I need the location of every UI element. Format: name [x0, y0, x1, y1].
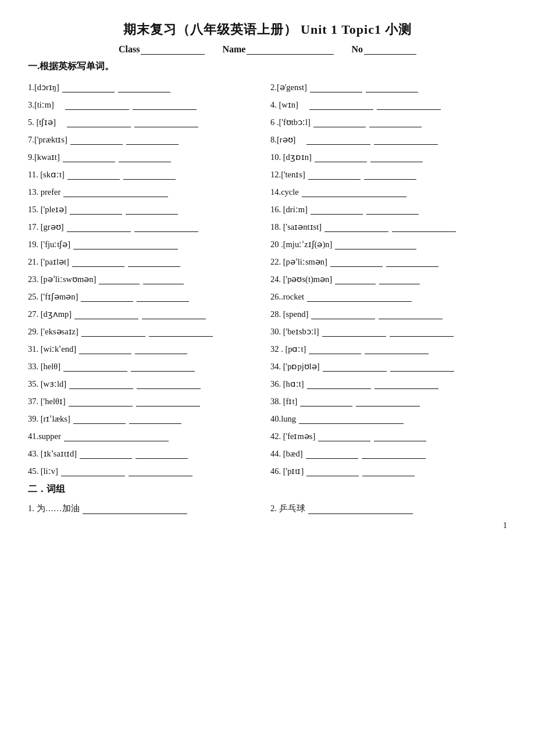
list-item: 37. ['helθɪ] [28, 390, 265, 408]
vocab-grid: 1. 为……加油 2. 乒乓球 [28, 498, 507, 515]
list-item: 46. ['pɪtɪ] [270, 460, 507, 477]
list-item: 23. [pəˈliːswʊmən] [28, 268, 265, 286]
list-item: 24. ['pəʊs(t)mən] [270, 268, 507, 286]
list-item: 11. [skɑːt] [28, 163, 265, 181]
list-item: 30. ['beɪsbɔːl] [270, 320, 507, 338]
list-item: 10. [dʒɒɪn] [270, 146, 507, 163]
list-item: 2. 乒乓球 [270, 498, 507, 515]
list-item: 19. ['fjuːtʃə] [28, 233, 265, 251]
list-item: 12.['tenɪs] [270, 163, 507, 181]
list-item: 29. ['eksəsaɪz] [28, 320, 265, 338]
list-item: 31. [wiːkˈend] [28, 338, 265, 355]
list-item: 7.['præktɪs] [28, 129, 265, 146]
section2-title: 二．词组 [28, 483, 507, 495]
no-line [364, 44, 416, 55]
list-item: 18. ['saɪəntɪst] [270, 216, 507, 233]
list-item: 45. [liːv] [28, 460, 265, 477]
list-item: 32 . [pɑːt] [270, 338, 507, 355]
list-item: 13. prefer [28, 181, 265, 198]
list-item: 22. [pəˈliːsmən] [270, 251, 507, 268]
list-item: 16. [driːm] [270, 198, 507, 216]
list-item: 8.[rəʊ] [270, 129, 507, 146]
list-item: 27. [dʒʌmp] [28, 303, 265, 320]
list-item: 17. [grəʊ] [28, 216, 265, 233]
list-item: 44. [bæd] [270, 443, 507, 460]
list-item: 15. ['pleɪə] [28, 198, 265, 216]
name-label: Name [222, 44, 245, 55]
class-label: Class [119, 44, 140, 55]
list-item: 38. [fɪt] [270, 390, 507, 408]
list-item: 1. 为……加油 [28, 498, 265, 515]
list-item: 40.lung [270, 408, 507, 425]
list-item: 28. [spend] [270, 303, 507, 320]
class-line [141, 44, 205, 55]
list-item: 41.supper [28, 425, 265, 443]
section1-title: 一.根据英标写单词。 [28, 60, 507, 73]
list-item: 4. [wɪn] [270, 94, 507, 111]
list-item: 43. [ɪkˈsaɪtɪd] [28, 443, 265, 460]
list-item: 14.cycle [270, 181, 507, 198]
list-item: 21. ['paɪlət] [28, 251, 265, 268]
list-item: 42. ['feɪməs] [270, 425, 507, 443]
page-number: 1 [28, 521, 507, 530]
items-grid: 1.[dɔrɪŋ] 2.[ə'genst] 3.[tiːm] 4. [wɪn] … [28, 76, 507, 477]
list-item: 25. ['fɪʃəmən] [28, 286, 265, 303]
no-label: No [351, 44, 363, 55]
list-item: 39. [rɪˈlæks] [28, 408, 265, 425]
header-row: Class Name No [28, 44, 507, 55]
list-item: 1.[dɔrɪŋ] [28, 76, 265, 94]
list-item: 35. [wɜːld] [28, 373, 265, 390]
list-item: 34. ['pɒpjʊlə] [270, 355, 507, 373]
list-item: 26..rocket [270, 286, 507, 303]
list-item: 33. [helθ] [28, 355, 265, 373]
name-line [247, 44, 334, 55]
list-item: 36. [hɑːt] [270, 373, 507, 390]
list-item: 6 .['fʊtbɔːl] [270, 111, 507, 129]
list-item: 20 .[mjuːˈzɪʃ(ə)n] [270, 233, 507, 251]
list-item: 9.[kwaɪt] [28, 146, 265, 163]
list-item: 5. [tʃɪə] [28, 111, 265, 129]
title: 期末复习（八年级英语上册） Unit 1 Topic1 小测 [28, 21, 507, 38]
list-item: 3.[tiːm] [28, 94, 265, 111]
list-item: 2.[ə'genst] [270, 76, 507, 94]
